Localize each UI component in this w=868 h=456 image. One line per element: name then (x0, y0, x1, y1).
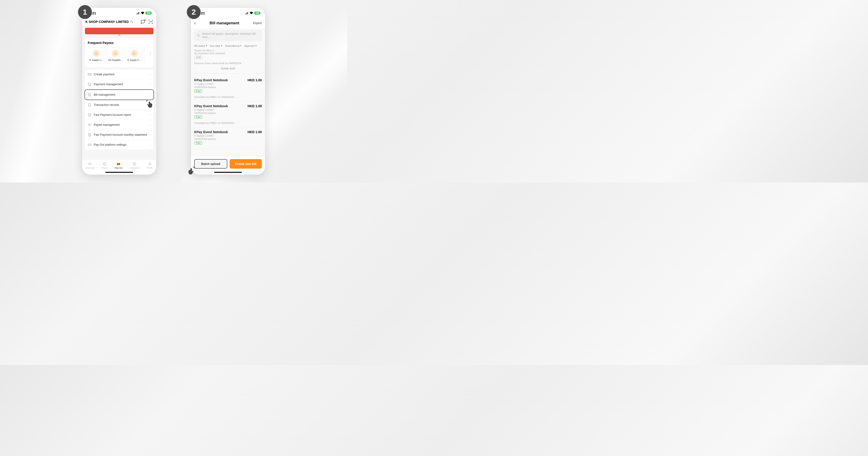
statement-icon (88, 133, 91, 136)
chevron-right-icon: › (150, 72, 151, 76)
svg-point-5 (89, 145, 90, 145)
bill-item[interactable]: KPay Event Notebook K Supply Limited 31/… (194, 101, 262, 127)
back-button[interactable]: ‹ (194, 20, 196, 26)
svg-rect-6 (103, 163, 106, 165)
signal-icon (245, 12, 249, 14)
alert-banner[interactable] (85, 28, 153, 34)
chevron-right-icon: › (150, 83, 151, 86)
chevron-right-icon: › (150, 143, 151, 147)
switch-icon (130, 20, 133, 23)
status-bar: 2:21 100 (191, 8, 265, 18)
status-badge: Paid (194, 90, 202, 93)
filter-submitted-at[interactable]: Submitted at ▾ (225, 44, 242, 47)
filter-approver[interactable]: Approver ▾ (244, 44, 257, 47)
filter-bill-status[interactable]: Bill status ▾ (194, 44, 207, 47)
svg-point-10 (197, 34, 199, 36)
nav-application[interactable]: Application (129, 162, 140, 169)
export-button[interactable]: Export (253, 21, 262, 25)
draft-badge: Draft (194, 56, 203, 59)
overview-icon (88, 162, 92, 166)
phone-screen-1: 2:21 100 K SHOP COMPANY LIMITED (82, 8, 156, 175)
chevron-right-icon: › (150, 93, 151, 97)
bottom-nav: Overview Pay-In Pay-Out Application Prof… (82, 159, 156, 171)
home-indicator (214, 172, 242, 173)
search-icon (197, 34, 200, 37)
payee-item[interactable]: K K Supply C... (126, 48, 143, 64)
svg-rect-4 (88, 144, 91, 146)
chevron-down-icon: ▾ (240, 44, 242, 47)
svg-point-9 (149, 163, 151, 164)
svg-rect-0 (88, 73, 91, 75)
click-cursor-icon (185, 165, 196, 177)
nav-pay-out[interactable]: Pay-Out (115, 162, 122, 169)
signal-icon (136, 12, 140, 14)
users-icon (88, 123, 91, 127)
settings-icon (88, 143, 91, 147)
create-new-bill-button[interactable]: Create new bill (229, 159, 262, 169)
menu-create-payment[interactable]: Create payment › (85, 69, 153, 80)
nav-profile[interactable]: Profile (147, 162, 153, 169)
app-header: K SHOP COMPANY LIMITED (82, 18, 156, 26)
payee-item[interactable]: K K Supply Li... (88, 48, 105, 64)
chevron-down-icon: ▾ (206, 44, 207, 47)
notification-icon[interactable] (141, 20, 145, 24)
document-icon (88, 93, 91, 97)
home-indicator (105, 172, 133, 173)
chevron-down-icon: ▾ (221, 44, 222, 47)
frequent-payees-card: Frequent Payees K K Supply Li... S SG Su… (85, 38, 153, 67)
click-cursor-icon (145, 99, 156, 110)
page-header: ‹ Bill management Export (191, 18, 265, 28)
menu-bill-management[interactable]: Bill management › (85, 89, 154, 100)
payout-icon (116, 162, 121, 166)
batch-upload-button[interactable]: Batch upload (194, 159, 227, 169)
chevron-right-icon: › (150, 123, 151, 127)
clock-icon (88, 113, 91, 117)
page-indicator (118, 35, 120, 35)
filter-due-date[interactable]: Due date ▾ (210, 44, 222, 47)
menu-payment-management[interactable]: Payment management › (85, 80, 153, 89)
bill-item[interactable]: KPay Event Notebook K Supply Limited 31/… (194, 75, 262, 101)
status-badge: Paid (194, 142, 202, 145)
battery-indicator: 100 (145, 11, 152, 14)
payee-item[interactable]: S SG Supplier... (107, 48, 124, 64)
menu-transaction-records[interactable]: Transaction records › (85, 100, 153, 110)
payin-icon (102, 162, 107, 166)
payment-icon (88, 72, 91, 76)
step-badge-2: 2 (187, 5, 201, 19)
nav-overview[interactable]: Overview (86, 162, 94, 169)
status-badge: Paid (194, 116, 202, 119)
status-bar: 2:21 100 (82, 8, 156, 18)
menu-fast-report[interactable]: Fast Payment Account report › (85, 110, 153, 120)
profile-icon (148, 162, 152, 166)
company-switcher[interactable]: K SHOP COMPANY LIMITED (85, 20, 133, 24)
search-input[interactable]: Search bill payee, description, merchant… (194, 30, 262, 41)
chevron-down-icon: ▾ (255, 44, 257, 47)
step-badge-1: 1 (78, 5, 92, 19)
battery-indicator: 100 (254, 11, 260, 14)
payee-item[interactable]: I Dick (145, 48, 151, 64)
scan-icon[interactable] (148, 20, 153, 24)
wifi-icon (141, 12, 145, 14)
delete-draft-button[interactable]: Delete draft (194, 65, 262, 71)
chevron-right-icon: › (150, 133, 151, 136)
menu-payout-settings[interactable]: Pay-Out platform settings › (85, 140, 153, 150)
menu-payee-management[interactable]: Payee management › (85, 120, 153, 130)
chevron-right-icon: › (150, 113, 151, 117)
frequent-payees-title: Frequent Payees (88, 41, 151, 45)
phone-screen-2: 2:21 100 ‹ Bill management Export Search… (191, 8, 265, 175)
application-icon (132, 162, 137, 166)
nav-pay-in[interactable]: Pay-In (102, 162, 107, 169)
svg-rect-1 (88, 83, 91, 85)
draft-bill-card[interactable]: Payee not filled in No expiration time s… (194, 48, 262, 74)
svg-rect-8 (117, 164, 120, 164)
cards-icon (88, 83, 91, 86)
wifi-icon (250, 12, 253, 14)
bill-item[interactable]: KPay Event Notebook K Supply Limited 31/… (194, 127, 262, 149)
receipt-icon (88, 103, 91, 107)
page-title: Bill management (210, 21, 239, 25)
svg-point-3 (89, 124, 90, 125)
menu-monthly-statement[interactable]: Fast Payment Account monthly statement › (85, 130, 153, 140)
